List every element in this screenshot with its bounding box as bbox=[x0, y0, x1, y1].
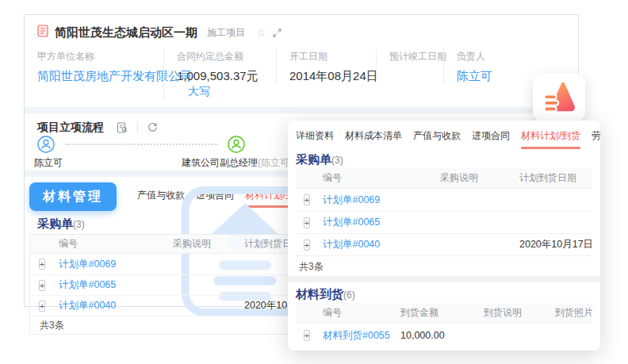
section-divider bbox=[25, 107, 578, 113]
brand-logo-badge bbox=[533, 73, 585, 122]
owner-link[interactable]: 陈立可 bbox=[457, 69, 492, 82]
row-amount: 10,000.00 bbox=[391, 330, 474, 341]
table-row[interactable]: + 计划单#0040 2020年10月17日 bbox=[296, 233, 592, 255]
arrival-order-link[interactable]: 材料到货#0055 bbox=[318, 329, 391, 343]
table-row[interactable]: + 计划单#0069 bbox=[296, 189, 592, 211]
contract-amount-value: 1,009,503.37元 bbox=[177, 69, 258, 82]
field-contract-amount: 合同约定总金额 1,009,503.37元大写 bbox=[163, 48, 276, 99]
tab-labor-workers[interactable]: 劳务工人 bbox=[590, 121, 600, 152]
tab-incoming-contracts[interactable]: 进项合同 bbox=[470, 121, 511, 152]
fullscreen-icon[interactable] bbox=[273, 29, 281, 37]
flow-end-name: 建筑公司副总经理(陈立可) bbox=[182, 156, 293, 170]
flow-section-title: 项目立项流程 bbox=[37, 121, 104, 135]
app-screen: 简阳世茂生态城启动区一期 施工项目 ☆ 甲方单位名称 简阳世茂房地产开发有限公司… bbox=[0, 0, 628, 364]
col-header-desc: 采购说明 bbox=[168, 237, 239, 251]
tab-incoming-contracts[interactable]: 进项合同 bbox=[194, 178, 236, 213]
col-header-desc: 到货说明 bbox=[474, 306, 546, 320]
field-label: 预计竣工日期 bbox=[389, 50, 431, 63]
tab-detail-info[interactable]: 详细资料 bbox=[294, 121, 335, 152]
purchase-table-header: 编号 采购说明 计划到货日期 bbox=[296, 168, 592, 189]
table-row[interactable]: + 计划单#0065 bbox=[296, 211, 592, 233]
col-header-id: 编号 bbox=[318, 306, 391, 320]
flow-end-avatar-icon bbox=[228, 136, 245, 153]
arrival-title: 材料到货 bbox=[296, 287, 343, 301]
tab-output-and-receipts[interactable]: 产值与收款 bbox=[412, 121, 462, 152]
col-header-date: 计划到货日期 bbox=[510, 171, 592, 185]
field-label: 合同约定总金额 bbox=[177, 50, 263, 63]
field-label: 甲方单位名称 bbox=[37, 50, 151, 63]
overlay-tab-bar: 详细资料 材料成本清单 产值与收款 进项合同 材料计划/到货 劳务工人 bbox=[288, 121, 600, 151]
flow-preview-icon[interactable] bbox=[117, 122, 128, 133]
expand-row-icon[interactable]: + bbox=[39, 301, 45, 312]
purchase-table-footer: 共3条 bbox=[296, 255, 592, 276]
col-header-id: 编号 bbox=[54, 237, 168, 251]
arrival-count: (6) bbox=[343, 289, 355, 301]
col-header-id: 编号 bbox=[318, 171, 431, 185]
flow-refresh-icon[interactable] bbox=[147, 122, 158, 132]
divider bbox=[137, 122, 138, 133]
favorite-star-icon[interactable]: ☆ bbox=[256, 26, 266, 39]
plan-order-link[interactable]: 计划单#0040 bbox=[54, 299, 168, 312]
project-document-icon bbox=[37, 25, 48, 40]
arrival-table: 编号 到货金额 到货说明 到货照片 + 材料到货#0055 10,000.00 bbox=[296, 303, 592, 347]
purchase-title: 采购单 bbox=[37, 216, 73, 230]
field-party-a: 甲方单位名称 简阳世茂房地产开发有限公司 bbox=[25, 48, 163, 84]
field-label: 开工日期 bbox=[289, 50, 363, 63]
start-date-value: 2014年08月24日 bbox=[289, 69, 378, 82]
brand-logo-icon bbox=[542, 79, 576, 116]
arrival-table-header: 编号 到货金额 到货说明 到货照片 bbox=[296, 303, 592, 324]
tab-material-cost-list[interactable]: 材料成本清单 bbox=[343, 121, 404, 152]
purchase-title: 采购单 bbox=[296, 152, 331, 166]
field-label: 负责人 bbox=[457, 50, 565, 63]
field-expected-completion: 预计竣工日期 bbox=[376, 48, 443, 69]
row-date: 2020年10月17日 bbox=[510, 238, 592, 251]
arrival-section-heading: 材料到货(6) bbox=[296, 282, 592, 303]
expand-row-icon[interactable]: + bbox=[304, 239, 310, 251]
purchase-count: (3) bbox=[73, 219, 85, 230]
plan-order-link[interactable]: 计划单#0069 bbox=[54, 258, 168, 271]
tab-material-plan-arrival[interactable]: 材料计划/到货 bbox=[519, 121, 582, 152]
col-header-desc: 采购说明 bbox=[431, 171, 510, 185]
material-detail-panel: 详细资料 材料成本清单 产值与收款 进项合同 材料计划/到货 劳务工人 采购单(… bbox=[288, 121, 600, 351]
material-management-button[interactable]: 材料管理 bbox=[29, 182, 117, 211]
project-title: 简阳世茂生态城启动区一期 bbox=[55, 25, 197, 40]
flow-start-avatar-icon bbox=[37, 136, 55, 153]
plan-order-link[interactable]: 计划单#0040 bbox=[318, 238, 431, 251]
expand-row-icon[interactable]: + bbox=[304, 194, 310, 205]
plan-order-link[interactable]: 计划单#0065 bbox=[54, 278, 168, 292]
plan-order-link[interactable]: 计划单#0069 bbox=[318, 193, 431, 207]
project-summary-fields: 甲方单位名称 简阳世茂房地产开发有限公司 合同约定总金额 1,009,503.3… bbox=[25, 44, 578, 107]
field-start-date: 开工日期 2014年08月24日 bbox=[276, 48, 376, 84]
purchase-count: (3) bbox=[331, 155, 343, 166]
expand-row-icon[interactable]: + bbox=[304, 330, 310, 341]
section-divider bbox=[288, 276, 600, 282]
col-header-photo: 到货照片 bbox=[546, 306, 592, 320]
expand-row-icon[interactable]: + bbox=[39, 259, 45, 270]
table-row[interactable]: + 材料到货#0055 10,000.00 bbox=[296, 324, 592, 347]
window-header: 简阳世茂生态城启动区一期 施工项目 ☆ bbox=[25, 15, 578, 44]
amount-in-words-link[interactable]: 大写 bbox=[188, 85, 210, 98]
expand-row-icon[interactable]: + bbox=[304, 217, 310, 228]
purchase-section-heading: 采购单(3) bbox=[296, 151, 592, 168]
plan-order-link[interactable]: 计划单#0065 bbox=[318, 216, 431, 229]
purchase-table: 编号 采购说明 计划到货日期 + 计划单#0069 + 计划单#0065 bbox=[296, 168, 592, 276]
col-header-amount: 到货金额 bbox=[391, 306, 474, 320]
flow-connector bbox=[66, 144, 218, 145]
project-type-tag: 施工项目 bbox=[207, 26, 245, 40]
flow-end-role: 建筑公司副总经理 bbox=[182, 157, 258, 168]
tab-output-and-receipts[interactable]: 产值与收款 bbox=[136, 178, 186, 213]
expand-row-icon[interactable]: + bbox=[39, 280, 45, 291]
flow-start-name: 陈立可 bbox=[34, 156, 63, 170]
